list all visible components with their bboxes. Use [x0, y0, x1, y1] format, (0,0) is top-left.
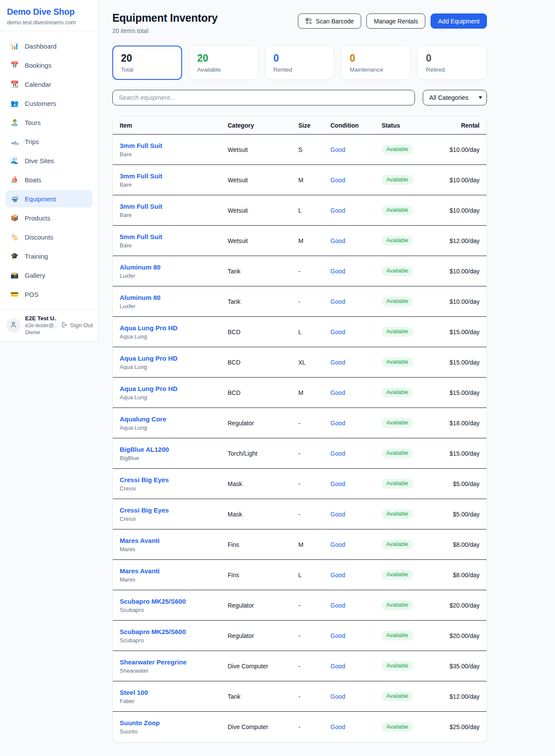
category-cell: BCD — [228, 359, 298, 366]
search-input[interactable] — [112, 90, 415, 105]
stat-card-retired[interactable]: 0 Retired — [417, 46, 487, 80]
status-badge: Available — [382, 418, 413, 428]
condition-link[interactable]: Good — [330, 632, 382, 639]
item-name-link[interactable]: 3mm Full Suit — [120, 203, 228, 210]
item-name-link[interactable]: Aqua Lung Pro HD — [120, 355, 228, 362]
condition-link[interactable]: Good — [330, 602, 382, 609]
item-brand: Mares — [120, 576, 228, 583]
scan-barcode-button[interactable]: Scan Barcode — [298, 13, 361, 29]
item-name-link[interactable]: 3mm Full Suit — [120, 172, 228, 180]
condition-link[interactable]: Good — [330, 450, 382, 457]
condition-link[interactable]: Good — [330, 541, 382, 548]
table-row[interactable]: Scubapro MK25/S600 Scubapro Regulator - … — [113, 590, 486, 621]
sidebar-item-customers[interactable]: 👥 Customers — [6, 95, 92, 112]
table-row[interactable]: Scubapro MK25/S600 Scubapro Regulator - … — [113, 621, 486, 651]
sidebar-item-equipment[interactable]: 🤿 Equipment — [6, 190, 92, 207]
item-name-link[interactable]: Suunto Zoop — [120, 719, 228, 726]
table-row[interactable]: Aluminum 80 Luxfer Tank - Good Available… — [113, 286, 486, 317]
condition-link[interactable]: Good — [330, 359, 382, 366]
table-row[interactable]: 3mm Full Suit Bare Wetsuit M Good Availa… — [113, 165, 486, 195]
scan-barcode-label: Scan Barcode — [316, 18, 354, 25]
status-cell: Available — [382, 479, 442, 489]
item-name-link[interactable]: Scubapro MK25/S600 — [120, 598, 228, 605]
stat-card-maintenance[interactable]: 0 Maintenance — [341, 46, 411, 80]
sidebar-item-gallery[interactable]: 📸 Gallery — [6, 266, 92, 284]
table-row[interactable]: Aqualung Core Aqua Lung Regulator - Good… — [113, 408, 486, 438]
condition-link[interactable]: Good — [330, 237, 382, 244]
sidebar-item-boats[interactable]: ⛵ Boats — [6, 171, 92, 188]
item-name-link[interactable]: Aqualung Core — [120, 415, 228, 423]
table-row[interactable]: Suunto Zoop Suunto Dive Computer - Good … — [113, 712, 486, 742]
sidebar-item-discounts[interactable]: 🏷️ Discounts — [6, 228, 92, 246]
table-row[interactable]: Mares Avanti Mares Fins L Good Available… — [113, 560, 486, 590]
item-name-link[interactable]: Aluminum 80 — [120, 263, 228, 271]
barcode-scan-icon — [305, 18, 312, 25]
condition-link[interactable]: Good — [330, 480, 382, 487]
status-badge: Available — [382, 388, 413, 398]
status-badge: Available — [382, 509, 413, 519]
condition-link[interactable]: Good — [330, 572, 382, 579]
stat-card-rented[interactable]: 0 Rented — [265, 46, 335, 80]
sidebar-item-dashboard[interactable]: 📊 Dashboard — [6, 37, 92, 55]
sign-out-button[interactable]: Sign Out — [61, 322, 93, 329]
item-name-link[interactable]: Mares Avanti — [120, 567, 228, 575]
sidebar-item-bookings[interactable]: 📅 Bookings — [6, 56, 92, 74]
table-row[interactable]: 3mm Full Suit Bare Wetsuit S Good Availa… — [113, 135, 486, 165]
sidebar-item-products[interactable]: 📦 Products — [6, 209, 92, 227]
condition-link[interactable]: Good — [330, 329, 382, 335]
sidebar-item-dive-sites[interactable]: 🌊 Dive Sites — [6, 152, 92, 169]
stat-card-available[interactable]: 20 Available — [189, 46, 258, 80]
table-row[interactable]: 3mm Full Suit Bare Wetsuit L Good Availa… — [113, 195, 486, 226]
table-row[interactable]: Shearwater Peregrine Shearwater Dive Com… — [113, 651, 486, 681]
add-equipment-button[interactable]: Add Equipment — [431, 13, 487, 29]
table-row[interactable]: Aluminum 80 Luxfer Tank - Good Available… — [113, 256, 486, 286]
table-row[interactable]: BigBlue AL1200 BigBlue Torch/Light - Goo… — [113, 438, 486, 469]
sidebar-item-tours[interactable]: 🏝️ Tours — [6, 114, 92, 131]
item-name-link[interactable]: Aqua Lung Pro HD — [120, 385, 228, 392]
condition-link[interactable]: Good — [330, 389, 382, 396]
item-brand: Scubapro — [120, 637, 228, 644]
condition-link[interactable]: Good — [330, 420, 382, 427]
table-row[interactable]: Cressi Big Eyes Cressi Mask - Good Avail… — [113, 499, 486, 529]
item-name-link[interactable]: Steel 100 — [120, 689, 228, 696]
table-row[interactable]: Aqua Lung Pro HD Aqua Lung BCD M Good Av… — [113, 378, 486, 408]
sidebar-item-training[interactable]: 🎓 Training — [6, 247, 92, 265]
condition-link[interactable]: Good — [330, 693, 382, 700]
condition-link[interactable]: Good — [330, 177, 382, 184]
category-filter-select[interactable]: All Categories — [423, 90, 487, 105]
table-row[interactable]: 5mm Full Suit Bare Wetsuit M Good Availa… — [113, 226, 486, 256]
manage-rentals-button[interactable]: Manage Rentals — [366, 13, 425, 29]
sidebar-item-calendar[interactable]: 📆 Calendar — [6, 76, 92, 93]
table-row[interactable]: Mares Avanti Mares Fins M Good Available… — [113, 529, 486, 560]
status-cell: Available — [382, 722, 442, 732]
table-header-row: Item Category Size Condition Status Rent… — [113, 116, 486, 135]
brand-name[interactable]: Demo Dive Shop — [7, 7, 92, 17]
stat-card-total[interactable]: 20 Total — [112, 46, 182, 80]
condition-link[interactable]: Good — [330, 146, 382, 153]
size-cell: L — [298, 207, 330, 214]
item-name-link[interactable]: Cressi Big Eyes — [120, 476, 228, 483]
sidebar-item-trips[interactable]: 🛥️ Trips — [6, 133, 92, 150]
item-name-link[interactable]: Aqua Lung Pro HD — [120, 324, 228, 332]
item-name-link[interactable]: Aluminum 80 — [120, 294, 228, 301]
item-name-link[interactable]: 3mm Full Suit — [120, 142, 228, 149]
table-row[interactable]: Cressi Big Eyes Cressi Mask - Good Avail… — [113, 469, 486, 499]
item-cell: 3mm Full Suit Bare — [120, 142, 228, 158]
condition-link[interactable]: Good — [330, 207, 382, 214]
item-name-link[interactable]: Mares Avanti — [120, 537, 228, 544]
table-row[interactable]: Aqua Lung Pro HD Aqua Lung BCD L Good Av… — [113, 317, 486, 347]
item-name-link[interactable]: Scubapro MK25/S600 — [120, 628, 228, 635]
sidebar-item-pos[interactable]: 💳 POS — [6, 286, 92, 303]
item-cell: Aqualung Core Aqua Lung — [120, 415, 228, 431]
condition-link[interactable]: Good — [330, 723, 382, 730]
item-name-link[interactable]: Shearwater Peregrine — [120, 658, 228, 666]
item-name-link[interactable]: 5mm Full Suit — [120, 233, 228, 240]
condition-link[interactable]: Good — [330, 298, 382, 305]
table-row[interactable]: Aqua Lung Pro HD Aqua Lung BCD XL Good A… — [113, 347, 486, 378]
condition-link[interactable]: Good — [330, 511, 382, 518]
item-name-link[interactable]: BigBlue AL1200 — [120, 446, 228, 453]
condition-link[interactable]: Good — [330, 663, 382, 670]
item-name-link[interactable]: Cressi Big Eyes — [120, 506, 228, 514]
condition-link[interactable]: Good — [330, 268, 382, 275]
table-row[interactable]: Steel 100 Faber Tank - Good Available $1… — [113, 681, 486, 712]
